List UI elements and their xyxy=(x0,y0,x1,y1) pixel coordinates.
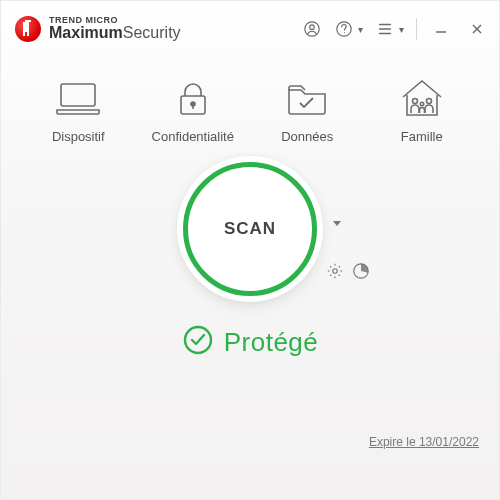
brand-text: TREND MICRO MaximumSecurity xyxy=(49,16,181,42)
svg-point-16 xyxy=(420,102,423,105)
brand-word-bold: Maximum xyxy=(49,24,123,41)
settings-icon[interactable] xyxy=(326,262,344,284)
help-icon[interactable] xyxy=(334,19,354,39)
scan-options-dropdown-icon[interactable] xyxy=(330,216,344,234)
svg-rect-10 xyxy=(61,84,95,106)
close-button[interactable] xyxy=(465,19,489,39)
category-row: Dispositif Confidentialité xyxy=(1,53,499,156)
scan-side-controls xyxy=(326,262,370,284)
menu-dropdown-caret-icon[interactable]: ▾ xyxy=(399,24,404,35)
status-text: Protégé xyxy=(224,327,319,358)
app-window: TREND MICRO MaximumSecurity ▾ xyxy=(0,0,500,500)
category-label: Famille xyxy=(372,129,472,144)
report-icon[interactable] xyxy=(352,262,370,284)
category-family[interactable]: Famille xyxy=(372,77,472,144)
brand-logo-icon xyxy=(15,16,41,42)
category-device[interactable]: Dispositif xyxy=(28,77,128,144)
svg-point-12 xyxy=(191,102,195,106)
scan-label: SCAN xyxy=(224,219,276,239)
titlebar-controls: ▾ ▾ xyxy=(302,18,489,40)
scan-button[interactable]: SCAN xyxy=(183,162,317,296)
account-icon[interactable] xyxy=(302,19,322,39)
category-label: Confidentialité xyxy=(143,129,243,144)
svg-point-14 xyxy=(412,99,417,104)
scan-wrap: SCAN xyxy=(150,162,350,302)
folder-check-icon xyxy=(257,77,357,119)
svg-point-1 xyxy=(310,25,315,30)
minimize-button[interactable] xyxy=(429,19,453,39)
help-dropdown-caret-icon[interactable]: ▾ xyxy=(358,24,363,35)
svg-point-15 xyxy=(426,99,431,104)
expiry-link[interactable]: Expire le 13/01/2022 xyxy=(369,435,479,449)
laptop-icon xyxy=(28,77,128,119)
category-privacy[interactable]: Confidentialité xyxy=(143,77,243,144)
category-label: Dispositif xyxy=(28,129,128,144)
svg-point-3 xyxy=(344,32,345,33)
protection-status: Protégé xyxy=(182,324,319,360)
titlebar-separator xyxy=(416,18,417,40)
center-area: SCAN xyxy=(1,162,499,360)
category-label: Données xyxy=(257,129,357,144)
category-data[interactable]: Données xyxy=(257,77,357,144)
menu-icon[interactable] xyxy=(375,19,395,39)
family-house-icon xyxy=(372,77,472,119)
titlebar: TREND MICRO MaximumSecurity ▾ xyxy=(1,1,499,53)
lock-icon xyxy=(143,77,243,119)
status-check-icon xyxy=(182,324,214,360)
brand-word-light: Security xyxy=(123,24,181,41)
brand-main-line: MaximumSecurity xyxy=(49,25,181,42)
svg-point-17 xyxy=(333,269,338,274)
